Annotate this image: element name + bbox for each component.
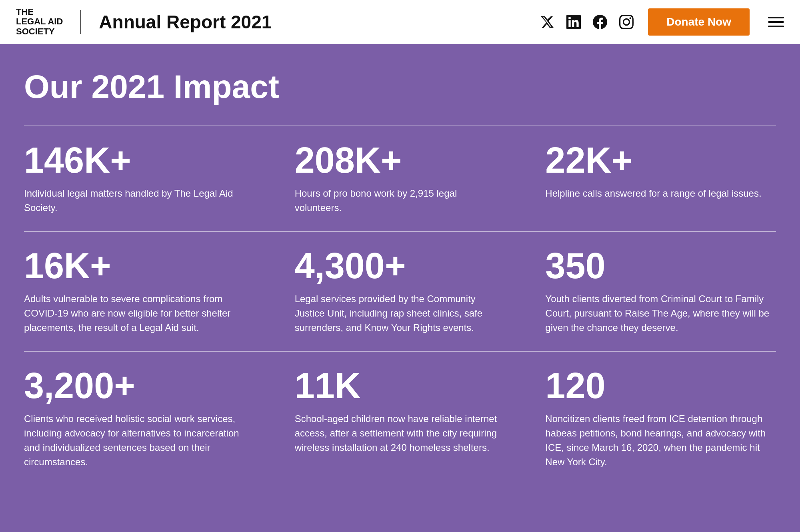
page-title: Annual Report 2021	[99, 11, 272, 33]
hamburger-menu[interactable]	[768, 17, 784, 27]
stat-description: School-aged children now have reliable i…	[295, 412, 506, 455]
stat-cell: 350Youth clients diverted from Criminal …	[525, 231, 776, 351]
stat-number: 120	[545, 368, 776, 404]
stat-cell: 3,200+Clients who received holistic soci…	[24, 351, 275, 485]
stat-description: Individual legal matters handled by The …	[24, 186, 255, 215]
main-content: Our 2021 Impact 146K+Individual legal ma…	[0, 44, 800, 532]
stats-grid: 146K+Individual legal matters handled by…	[24, 126, 776, 485]
stat-cell: 22K+Helpline calls answered for a range …	[525, 126, 776, 231]
stat-number: 11K	[295, 368, 506, 404]
site-header: THE LEGAL AID SOCIETY Annual Report 2021	[0, 0, 800, 44]
stat-number: 350	[545, 248, 776, 284]
stat-description: Adults vulnerable to severe complication…	[24, 292, 255, 335]
stat-description: Hours of pro bono work by 2,915 legal vo…	[295, 186, 506, 215]
logo-area: THE LEGAL AID SOCIETY Annual Report 2021	[16, 7, 272, 36]
stat-cell: 208K+Hours of pro bono work by 2,915 leg…	[275, 126, 526, 231]
social-icons	[540, 15, 634, 29]
twitter-icon[interactable]	[540, 15, 554, 29]
stat-description: Noncitizen clients freed from ICE detent…	[545, 412, 776, 469]
stat-cell: 120Noncitizen clients freed from ICE det…	[525, 351, 776, 485]
stat-number: 16K+	[24, 248, 255, 284]
linkedin-icon[interactable]	[566, 15, 581, 29]
impact-heading: Our 2021 Impact	[24, 68, 776, 106]
donate-button[interactable]: Donate Now	[648, 8, 750, 36]
stat-number: 146K+	[24, 142, 255, 178]
logo-divider	[80, 10, 81, 34]
stat-cell: 146K+Individual legal matters handled by…	[24, 126, 275, 231]
header-right: Donate Now	[540, 8, 784, 36]
instagram-icon[interactable]	[619, 15, 634, 29]
stat-description: Helpline calls answered for a range of l…	[545, 186, 776, 201]
stat-description: Clients who received holistic social wor…	[24, 412, 255, 469]
stat-cell: 4,300+Legal services provided by the Com…	[275, 231, 526, 351]
stat-number: 4,300+	[295, 248, 506, 284]
stat-cell: 16K+Adults vulnerable to severe complica…	[24, 231, 275, 351]
stat-number: 208K+	[295, 142, 506, 178]
stat-number: 22K+	[545, 142, 776, 178]
stat-number: 3,200+	[24, 368, 255, 404]
stat-description: Legal services provided by the Community…	[295, 292, 506, 335]
facebook-icon[interactable]	[593, 15, 607, 29]
org-logo: THE LEGAL AID SOCIETY	[16, 7, 63, 36]
stat-description: Youth clients diverted from Criminal Cou…	[545, 292, 776, 335]
stat-cell: 11KSchool-aged children now have reliabl…	[275, 351, 526, 485]
